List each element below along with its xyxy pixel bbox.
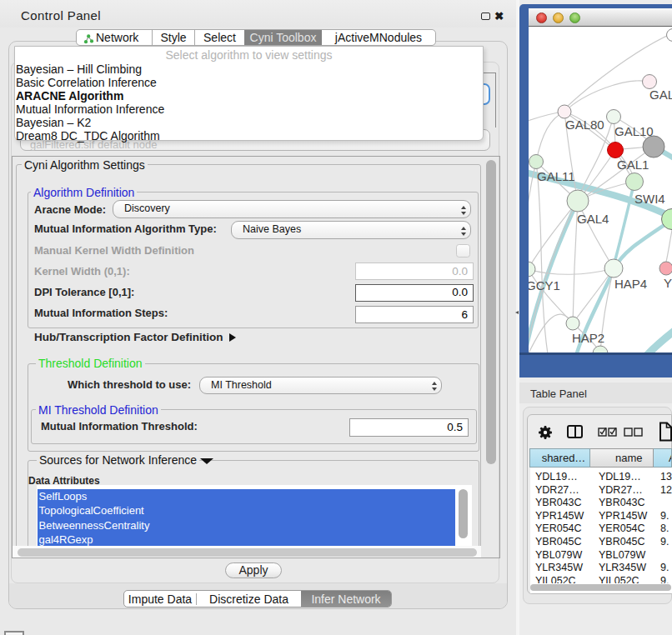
svg-text:GAL: GAL xyxy=(649,88,672,102)
svg-text:SWI4: SWI4 xyxy=(634,192,665,206)
svg-text:GCY1: GCY1 xyxy=(529,278,560,292)
svg-text:GAL11: GAL11 xyxy=(537,169,575,183)
svg-text:GAL1: GAL1 xyxy=(617,158,649,172)
svg-text:Y: Y xyxy=(664,276,672,290)
svg-text:GAL80: GAL80 xyxy=(565,118,604,132)
svg-text:HAP4: HAP4 xyxy=(614,277,647,291)
svg-text:HAP2: HAP2 xyxy=(572,331,604,345)
svg-text:GAL10: GAL10 xyxy=(614,124,654,138)
svg-text:GAL4: GAL4 xyxy=(577,212,609,226)
